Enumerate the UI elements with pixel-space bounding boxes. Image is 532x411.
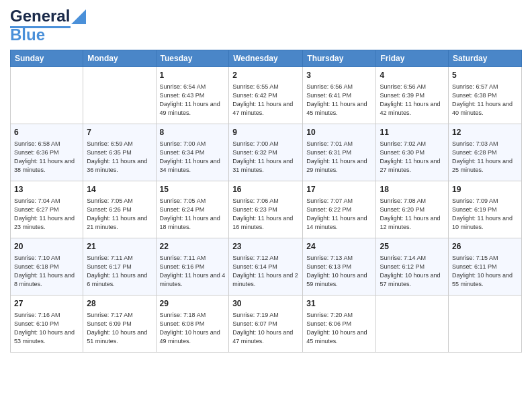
calendar-table: SundayMondayTuesdayWednesdayThursdayFrid… bbox=[10, 50, 522, 353]
day-number: 11 bbox=[380, 127, 445, 138]
day-number: 10 bbox=[306, 127, 372, 138]
calendar-cell: 8Sunrise: 7:00 AM Sunset: 6:34 PM Daylig… bbox=[156, 124, 229, 181]
calendar-body: 1Sunrise: 6:54 AM Sunset: 6:43 PM Daylig… bbox=[11, 67, 522, 353]
calendar-cell: 17Sunrise: 7:07 AM Sunset: 6:22 PM Dayli… bbox=[303, 181, 376, 238]
day-number: 19 bbox=[452, 184, 518, 195]
day-info: Sunrise: 7:05 AM Sunset: 6:26 PM Dayligh… bbox=[87, 197, 152, 232]
header-cell-friday: Friday bbox=[376, 50, 449, 67]
day-number: 30 bbox=[232, 298, 299, 310]
week-row-3: 13Sunrise: 7:04 AM Sunset: 6:27 PM Dayli… bbox=[11, 181, 522, 238]
svg-marker-0 bbox=[71, 9, 86, 24]
day-info: Sunrise: 7:09 AM Sunset: 6:19 PM Dayligh… bbox=[452, 197, 518, 232]
calendar-cell: 27Sunrise: 7:16 AM Sunset: 6:10 PM Dayli… bbox=[11, 295, 83, 353]
day-number: 22 bbox=[160, 241, 226, 253]
calendar-header: SundayMondayTuesdayWednesdayThursdayFrid… bbox=[11, 50, 522, 67]
day-number: 1 bbox=[160, 70, 226, 81]
day-number: 4 bbox=[380, 70, 445, 81]
page-header: General Blue bbox=[10, 7, 522, 44]
day-info: Sunrise: 6:54 AM Sunset: 6:43 PM Dayligh… bbox=[160, 83, 226, 118]
day-number: 29 bbox=[160, 298, 226, 310]
day-info: Sunrise: 7:03 AM Sunset: 6:28 PM Dayligh… bbox=[452, 140, 518, 175]
calendar-cell bbox=[83, 67, 156, 124]
day-info: Sunrise: 7:02 AM Sunset: 6:30 PM Dayligh… bbox=[380, 140, 445, 175]
day-info: Sunrise: 7:00 AM Sunset: 6:34 PM Dayligh… bbox=[160, 140, 226, 175]
day-info: Sunrise: 7:01 AM Sunset: 6:31 PM Dayligh… bbox=[306, 140, 372, 175]
day-info: Sunrise: 7:11 AM Sunset: 6:16 PM Dayligh… bbox=[160, 254, 226, 289]
logo: General Blue bbox=[10, 7, 86, 44]
day-number: 24 bbox=[306, 241, 372, 253]
day-info: Sunrise: 6:56 AM Sunset: 6:39 PM Dayligh… bbox=[380, 83, 445, 118]
calendar-cell: 18Sunrise: 7:08 AM Sunset: 6:20 PM Dayli… bbox=[376, 181, 449, 238]
day-number: 12 bbox=[452, 127, 518, 138]
week-row-1: 1Sunrise: 6:54 AM Sunset: 6:43 PM Daylig… bbox=[11, 67, 522, 124]
calendar-cell: 7Sunrise: 6:59 AM Sunset: 6:35 PM Daylig… bbox=[83, 124, 156, 181]
day-info: Sunrise: 7:12 AM Sunset: 6:14 PM Dayligh… bbox=[232, 254, 299, 289]
day-info: Sunrise: 7:20 AM Sunset: 6:06 PM Dayligh… bbox=[306, 311, 372, 346]
calendar-cell: 30Sunrise: 7:19 AM Sunset: 6:07 PM Dayli… bbox=[229, 295, 303, 353]
day-number: 6 bbox=[14, 127, 79, 138]
day-info: Sunrise: 7:14 AM Sunset: 6:12 PM Dayligh… bbox=[380, 254, 445, 289]
day-info: Sunrise: 7:15 AM Sunset: 6:11 PM Dayligh… bbox=[452, 254, 518, 289]
day-number: 7 bbox=[87, 127, 152, 138]
day-number: 28 bbox=[87, 298, 152, 310]
day-info: Sunrise: 7:18 AM Sunset: 6:08 PM Dayligh… bbox=[160, 311, 226, 346]
header-row: SundayMondayTuesdayWednesdayThursdayFrid… bbox=[11, 50, 522, 67]
day-info: Sunrise: 7:17 AM Sunset: 6:09 PM Dayligh… bbox=[87, 311, 152, 346]
calendar-cell: 12Sunrise: 7:03 AM Sunset: 6:28 PM Dayli… bbox=[449, 124, 522, 181]
day-info: Sunrise: 7:07 AM Sunset: 6:22 PM Dayligh… bbox=[306, 197, 372, 232]
day-number: 27 bbox=[14, 298, 79, 310]
day-number: 23 bbox=[232, 241, 299, 253]
day-info: Sunrise: 6:56 AM Sunset: 6:41 PM Dayligh… bbox=[306, 83, 372, 118]
calendar-cell: 11Sunrise: 7:02 AM Sunset: 6:30 PM Dayli… bbox=[376, 124, 449, 181]
calendar-cell: 1Sunrise: 6:54 AM Sunset: 6:43 PM Daylig… bbox=[156, 67, 229, 124]
day-number: 26 bbox=[452, 241, 518, 253]
calendar-cell: 6Sunrise: 6:58 AM Sunset: 6:36 PM Daylig… bbox=[11, 124, 83, 181]
day-number: 2 bbox=[232, 70, 299, 81]
calendar-cell: 4Sunrise: 6:56 AM Sunset: 6:39 PM Daylig… bbox=[376, 67, 449, 124]
day-info: Sunrise: 6:55 AM Sunset: 6:42 PM Dayligh… bbox=[232, 83, 299, 118]
calendar-cell: 16Sunrise: 7:06 AM Sunset: 6:23 PM Dayli… bbox=[229, 181, 303, 238]
calendar-cell: 26Sunrise: 7:15 AM Sunset: 6:11 PM Dayli… bbox=[449, 238, 522, 295]
calendar-cell: 14Sunrise: 7:05 AM Sunset: 6:26 PM Dayli… bbox=[83, 181, 156, 238]
day-info: Sunrise: 7:08 AM Sunset: 6:20 PM Dayligh… bbox=[380, 197, 445, 232]
day-info: Sunrise: 7:05 AM Sunset: 6:24 PM Dayligh… bbox=[160, 197, 226, 232]
calendar-cell: 9Sunrise: 7:00 AM Sunset: 6:32 PM Daylig… bbox=[229, 124, 303, 181]
header-cell-tuesday: Tuesday bbox=[156, 50, 229, 67]
day-info: Sunrise: 6:57 AM Sunset: 6:38 PM Dayligh… bbox=[452, 83, 518, 118]
calendar-cell: 10Sunrise: 7:01 AM Sunset: 6:31 PM Dayli… bbox=[303, 124, 376, 181]
week-row-2: 6Sunrise: 6:58 AM Sunset: 6:36 PM Daylig… bbox=[11, 124, 522, 181]
week-row-4: 20Sunrise: 7:10 AM Sunset: 6:18 PM Dayli… bbox=[11, 238, 522, 295]
calendar-cell: 5Sunrise: 6:57 AM Sunset: 6:38 PM Daylig… bbox=[449, 67, 522, 124]
day-number: 18 bbox=[380, 184, 445, 195]
calendar-cell: 29Sunrise: 7:18 AM Sunset: 6:08 PM Dayli… bbox=[156, 295, 229, 353]
day-number: 3 bbox=[306, 70, 372, 81]
calendar-cell: 20Sunrise: 7:10 AM Sunset: 6:18 PM Dayli… bbox=[11, 238, 83, 295]
calendar-cell: 19Sunrise: 7:09 AM Sunset: 6:19 PM Dayli… bbox=[449, 181, 522, 238]
day-number: 17 bbox=[306, 184, 372, 195]
day-info: Sunrise: 7:11 AM Sunset: 6:17 PM Dayligh… bbox=[87, 254, 152, 289]
calendar-cell: 2Sunrise: 6:55 AM Sunset: 6:42 PM Daylig… bbox=[229, 67, 303, 124]
day-number: 8 bbox=[160, 127, 226, 138]
header-cell-wednesday: Wednesday bbox=[229, 50, 303, 67]
day-info: Sunrise: 6:58 AM Sunset: 6:36 PM Dayligh… bbox=[14, 140, 79, 175]
logo-icon bbox=[71, 9, 86, 24]
day-info: Sunrise: 7:04 AM Sunset: 6:27 PM Dayligh… bbox=[14, 197, 79, 232]
day-number: 14 bbox=[87, 184, 152, 195]
day-number: 31 bbox=[306, 298, 372, 310]
week-row-5: 27Sunrise: 7:16 AM Sunset: 6:10 PM Dayli… bbox=[11, 295, 522, 353]
calendar-cell: 25Sunrise: 7:14 AM Sunset: 6:12 PM Dayli… bbox=[376, 238, 449, 295]
day-number: 21 bbox=[87, 241, 152, 253]
day-info: Sunrise: 7:13 AM Sunset: 6:13 PM Dayligh… bbox=[306, 254, 372, 289]
day-number: 5 bbox=[452, 70, 518, 81]
day-info: Sunrise: 7:19 AM Sunset: 6:07 PM Dayligh… bbox=[232, 311, 299, 346]
day-info: Sunrise: 7:16 AM Sunset: 6:10 PM Dayligh… bbox=[14, 311, 79, 346]
header-cell-monday: Monday bbox=[83, 50, 156, 67]
calendar-cell bbox=[11, 67, 83, 124]
day-info: Sunrise: 7:00 AM Sunset: 6:32 PM Dayligh… bbox=[232, 140, 299, 175]
logo-text-blue: Blue bbox=[10, 26, 45, 44]
day-info: Sunrise: 6:59 AM Sunset: 6:35 PM Dayligh… bbox=[87, 140, 152, 175]
calendar-cell: 15Sunrise: 7:05 AM Sunset: 6:24 PM Dayli… bbox=[156, 181, 229, 238]
day-number: 16 bbox=[232, 184, 299, 195]
calendar-cell: 31Sunrise: 7:20 AM Sunset: 6:06 PM Dayli… bbox=[303, 295, 376, 353]
day-info: Sunrise: 7:06 AM Sunset: 6:23 PM Dayligh… bbox=[232, 197, 299, 232]
